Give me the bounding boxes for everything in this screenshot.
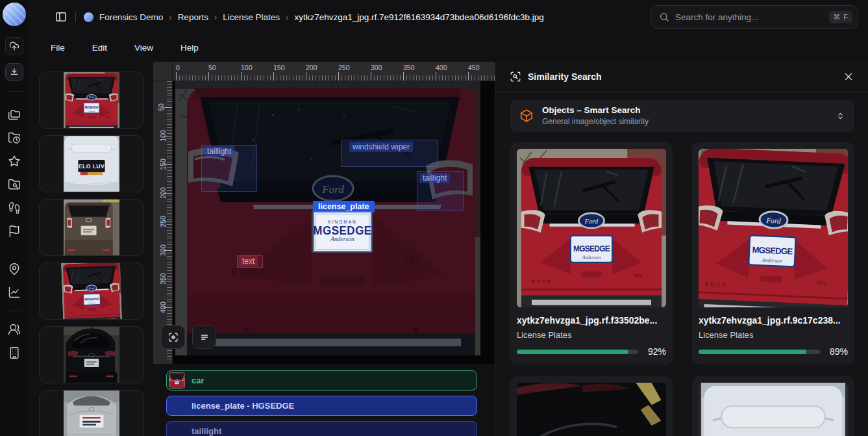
- flag-icon: [8, 225, 21, 238]
- breadcrumb-item-reports[interactable]: Reports: [178, 12, 208, 22]
- sidebar-item-people[interactable]: [8, 323, 21, 336]
- breadcrumb-separator: ›: [286, 12, 288, 22]
- rail-divider: [6, 91, 23, 92]
- thumbnail-card[interactable]: [39, 71, 144, 129]
- ruler-h-label: 100: [241, 64, 253, 71]
- result-card[interactable]: xytkz7ehvzga1_jpg.rf.9c17c238... License…: [692, 142, 854, 365]
- line-chart-icon: [8, 286, 21, 299]
- similarity-panel-header: Similarity Search: [495, 62, 868, 92]
- breadcrumb-separator: ›: [214, 12, 217, 22]
- search-shortcut-badge: ⌘ F: [829, 11, 852, 23]
- similarity-progress-fill: [517, 350, 628, 354]
- thumbnail-red-suv: [64, 72, 119, 128]
- fit-view-button[interactable]: [161, 325, 185, 349]
- thumbnail-white-trunk: [64, 136, 119, 192]
- ruler-h-label: 50: [208, 64, 216, 71]
- sidebar-item-flags[interactable]: [8, 225, 21, 238]
- cube-icon: [519, 109, 534, 123]
- evidence-photo[interactable]: Ford EDGE SEL: [175, 81, 480, 355]
- upload-button[interactable]: [5, 37, 23, 55]
- ruler-horizontal: 050100150200250300350400450: [173, 62, 495, 81]
- similarity-results-grid: xytkz7ehvzga1_jpg.rf.f33502be... License…: [510, 142, 854, 436]
- ruler-corner: [153, 62, 173, 81]
- label-text[interactable]: text: [239, 256, 258, 266]
- sidebar-item-locations[interactable]: [8, 263, 21, 276]
- ruler-v-label: 150: [159, 159, 167, 170]
- license-plate-selection-box[interactable]: KINGMAN MGSEDGE Anderson: [313, 211, 372, 252]
- thumbnail-silver-car: [64, 391, 119, 436]
- label-taillight-right[interactable]: taillight: [419, 173, 450, 183]
- ruler-v-label: 300: [159, 244, 167, 256]
- similarity-score-row: 89%: [699, 346, 848, 357]
- ruler-h-label: 250: [338, 64, 350, 71]
- thumbnail-black-sedan: [64, 327, 119, 383]
- label-windshield-wiper[interactable]: windshield wiper: [349, 142, 413, 152]
- thumbnail-card[interactable]: [39, 390, 144, 436]
- result-image-red-suv: [517, 149, 666, 307]
- sidebar-item-recent[interactable]: [8, 131, 21, 144]
- thumbnail-card[interactable]: [39, 135, 144, 192]
- menu-edit[interactable]: Edit: [88, 40, 111, 55]
- layers-menu-button[interactable]: [192, 325, 216, 349]
- result-image-red-suv: [699, 149, 848, 307]
- result-collection: License Plates: [699, 330, 848, 340]
- result-image-white-trunk: [699, 383, 848, 436]
- similarity-panel-body: Objects – Smart Search General image/obj…: [495, 92, 868, 436]
- tray-download-icon: [9, 67, 19, 77]
- thumbnail-card[interactable]: [39, 199, 144, 256]
- ruler-v-label: 400: [159, 301, 167, 313]
- focus-icon: [167, 331, 179, 343]
- menu-help[interactable]: Help: [177, 40, 203, 55]
- ruler-h-label: 150: [273, 64, 285, 71]
- left-icon-rail: [0, 0, 29, 436]
- object-thumbnail: [169, 372, 185, 389]
- scan-search-icon: [510, 71, 521, 83]
- ruler-v-label: 100: [159, 130, 167, 142]
- app-logo[interactable]: [3, 3, 26, 26]
- sidebar-item-collections[interactable]: [8, 108, 21, 121]
- close-panel-button[interactable]: [843, 71, 854, 82]
- search-mode-title: Objects – Smart Search: [542, 105, 827, 115]
- sidebar-item-analytics[interactable]: [8, 286, 21, 299]
- thumbnail-card[interactable]: [39, 326, 144, 383]
- label-taillight-left[interactable]: taillight: [204, 146, 234, 157]
- app-window: Forensics Demo › Reports › License Plate…: [0, 0, 868, 436]
- building-icon: [8, 346, 21, 359]
- cloud-upload-icon: [9, 41, 19, 51]
- breadcrumb-item-filename[interactable]: xytkz7ehvzga1_jpg.rf.7e912f6163934d73bde…: [294, 12, 543, 22]
- menu-file[interactable]: File: [47, 40, 69, 55]
- canvas-stage-area: 050100150200250300350400450 501001502002…: [153, 62, 495, 364]
- search-mode-select[interactable]: Objects – Smart Search General image/obj…: [510, 99, 854, 132]
- similarity-search-panel: Similarity Search Objects – Smart Search…: [495, 62, 868, 436]
- ruler-h-label: 0: [176, 64, 180, 71]
- menu-view[interactable]: View: [130, 40, 157, 55]
- search-input[interactable]: [675, 12, 823, 22]
- import-button[interactable]: [5, 63, 23, 81]
- panel-toggle-button[interactable]: [55, 10, 68, 23]
- similarity-panel-title: Similarity Search: [528, 71, 837, 82]
- global-search[interactable]: ⌘ F: [651, 5, 858, 29]
- workspace-avatar[interactable]: [84, 12, 93, 22]
- object-row-license-plate[interactable]: license_plate - HGSEDGE: [166, 396, 477, 416]
- search-mode-subtitle: General image/object similarity: [542, 117, 827, 126]
- result-card[interactable]: [510, 376, 673, 436]
- object-thumbnail: [169, 423, 185, 436]
- object-row-car[interactable]: car: [166, 370, 477, 391]
- result-card[interactable]: [692, 376, 854, 436]
- sidebar-item-search-folders[interactable]: [8, 178, 21, 191]
- sidebar-item-organizations[interactable]: [8, 346, 21, 359]
- thumbnail-card[interactable]: [39, 263, 144, 320]
- object-row-taillight[interactable]: taillight: [166, 421, 477, 436]
- breadcrumb-item-workspace[interactable]: Forensics Demo: [99, 12, 163, 22]
- result-card[interactable]: xytkz7ehvzga1_jpg.rf.f33502be... License…: [510, 142, 673, 365]
- result-filename: xytkz7ehvzga1_jpg.rf.9c17c238...: [699, 315, 848, 326]
- ruler-h-label: 450: [468, 64, 480, 71]
- canvas-stage[interactable]: Ford EDGE SEL: [173, 81, 495, 364]
- ruler-h-label: 300: [371, 64, 382, 71]
- object-label: car: [192, 376, 205, 385]
- sidebar-item-starred[interactable]: [8, 155, 21, 168]
- breadcrumb-item-license-plates[interactable]: License Plates: [223, 12, 280, 22]
- footprints-icon: [8, 201, 21, 214]
- sidebar-item-tracks[interactable]: [8, 201, 21, 214]
- folders-icon: [8, 108, 21, 121]
